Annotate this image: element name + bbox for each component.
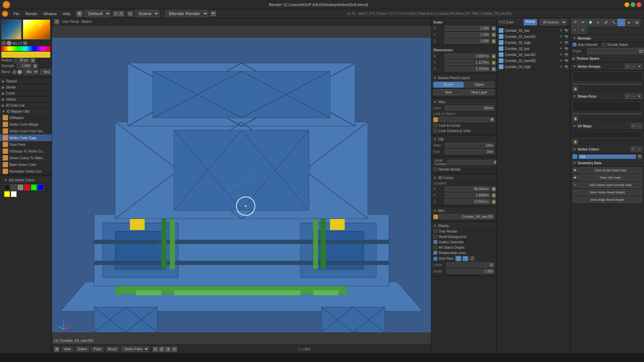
double-sided-cb[interactable] bbox=[602, 43, 606, 47]
history-header[interactable]: ▶ History bbox=[0, 97, 52, 102]
layout-add[interactable]: + bbox=[113, 11, 118, 16]
render-icon-1[interactable]: 📷 bbox=[565, 35, 568, 38]
props-tab-render[interactable]: 📷 bbox=[579, 19, 586, 26]
scene-selector[interactable]: Scene bbox=[135, 10, 159, 17]
vg-lock-btn[interactable]: 🔒 bbox=[573, 86, 578, 92]
view-header[interactable]: ▼ View bbox=[431, 99, 496, 105]
outliner-item-0[interactable]: Corridor_01_low 👁 📷 bbox=[497, 27, 570, 34]
engine-selector[interactable]: Blender Render bbox=[165, 10, 208, 17]
tool-vertex-colors-mate[interactable]: Vertex Colors To Mate... bbox=[0, 155, 52, 161]
props-tab-object[interactable]: ⊞ bbox=[594, 19, 602, 26]
visibility-icon-4[interactable]: 👁 bbox=[559, 53, 562, 56]
maximize-button[interactable] bbox=[631, 2, 635, 7]
scale-y-lock[interactable]: 🔒 bbox=[491, 33, 496, 37]
outliner-scope-select[interactable]: All Scenes bbox=[539, 19, 567, 25]
uvm-add-btn[interactable]: + bbox=[631, 123, 636, 129]
paint-mode-select[interactable]: Vertex Paint bbox=[121, 346, 149, 352]
dim-x-lock[interactable]: 🔒 bbox=[491, 54, 496, 59]
cursor-y-lock[interactable]: 🔒 bbox=[491, 193, 496, 198]
props-tab-material[interactable]: ◉ bbox=[625, 19, 633, 26]
swatch-green[interactable] bbox=[31, 184, 37, 190]
vertex-groups-header[interactable]: ▼ Vertex Groups + − ▾ bbox=[571, 62, 644, 71]
menu-window[interactable]: Window bbox=[41, 11, 59, 16]
brush-settings[interactable]: ✕ bbox=[23, 41, 27, 45]
curve-header[interactable]: ▶ Curve bbox=[0, 90, 52, 96]
lens-input[interactable] bbox=[445, 106, 494, 111]
footer-icon-4[interactable]: ⚙ bbox=[172, 347, 177, 352]
store-edge-bevel-btn[interactable]: Store Edge Bevel Weight bbox=[573, 197, 642, 203]
geometry-data-header[interactable]: ▼ Geometry Data bbox=[571, 160, 644, 167]
gp-new-btn[interactable]: New bbox=[433, 89, 464, 95]
dim-x-input[interactable] bbox=[445, 54, 490, 59]
clear-skin-btn[interactable]: Clear Skin Data bbox=[579, 175, 642, 181]
vg-slider[interactable] bbox=[573, 83, 642, 85]
tool-vertex-color-copy[interactable]: Vertex Color Copy bbox=[0, 134, 52, 141]
clear-sculpt-btn[interactable]: Clear Sculpt-Mask Data bbox=[579, 167, 642, 173]
y-axis-btn[interactable]: Y bbox=[463, 256, 468, 261]
vc-name[interactable]: Col bbox=[579, 155, 636, 159]
brush-btn[interactable]: Brush bbox=[106, 347, 119, 352]
z-axis-btn[interactable]: Z bbox=[470, 256, 475, 261]
render-icon-6[interactable]: 📷 bbox=[565, 65, 568, 68]
sk-lock-btn[interactable]: 🔒 bbox=[573, 116, 578, 121]
color-spectrum[interactable] bbox=[1, 46, 50, 51]
props-tab-scene[interactable]: 🎬 bbox=[571, 19, 579, 26]
swatch-gray[interactable] bbox=[17, 184, 23, 190]
tool-vertex-color-from-sel[interactable]: Vertex Color From Sel... bbox=[0, 128, 52, 134]
vc-remove-btn[interactable]: − bbox=[637, 146, 642, 152]
id-mapper-header[interactable]: ▼ ID Mapper Utils bbox=[0, 109, 52, 114]
outliner-item-6[interactable]: Corridor_03_high 👁 📷 bbox=[497, 64, 570, 70]
radius-adjust[interactable]: ⊞ bbox=[31, 58, 35, 63]
props-tab-world[interactable]: 🌍 bbox=[587, 19, 594, 26]
local-camera-browse[interactable]: ▼ bbox=[494, 160, 496, 165]
scale-z-input[interactable] bbox=[445, 39, 490, 44]
sk-add-btn[interactable]: + bbox=[625, 94, 630, 99]
uvm-remove-btn[interactable]: − bbox=[637, 123, 642, 129]
scale-x-lock[interactable]: 🔒 bbox=[491, 26, 496, 31]
id-color-list-header[interactable]: ▶ ID Color List bbox=[0, 103, 52, 108]
vertex-colors-header[interactable]: ▼ Vertex Colors + − bbox=[571, 145, 644, 154]
all-origins-cb[interactable] bbox=[433, 245, 437, 249]
render-border-cb[interactable] bbox=[433, 167, 437, 171]
swatch-dark[interactable] bbox=[11, 184, 17, 190]
set-vertex-header[interactable]: ▼ Set Vertex Colors bbox=[2, 177, 50, 183]
render-icon-0[interactable]: 📷 bbox=[565, 29, 568, 32]
menu-render[interactable]: Render bbox=[23, 11, 40, 16]
gp-scene-tab[interactable]: Scene bbox=[433, 82, 464, 87]
visibility-icon-6[interactable]: 👁 bbox=[559, 65, 562, 68]
new-brush-btn[interactable]: New bbox=[40, 69, 52, 75]
only-render-cb[interactable] bbox=[433, 229, 437, 233]
angle-input[interactable] bbox=[587, 48, 644, 54]
footer-icon-2[interactable]: ◐ bbox=[159, 347, 164, 352]
view-btn[interactable]: View bbox=[61, 347, 73, 352]
menu-help[interactable]: Help bbox=[60, 11, 73, 16]
cursor-x-input[interactable] bbox=[445, 186, 490, 191]
layout-close[interactable]: ✕ bbox=[119, 11, 124, 16]
auto-smooth-cb[interactable] bbox=[573, 43, 577, 47]
dim-z-lock[interactable]: 🔒 bbox=[491, 67, 496, 71]
world-bg-cb[interactable] bbox=[433, 235, 437, 239]
color-btn-2[interactable] bbox=[7, 41, 11, 46]
grid-floor-cb[interactable] bbox=[433, 257, 437, 261]
scale-x-input[interactable] bbox=[445, 26, 490, 31]
lock-obj-browse[interactable]: ▼ bbox=[490, 117, 494, 122]
layout-selector[interactable]: Default bbox=[85, 10, 111, 17]
gp-new-layer-btn[interactable]: New Layer bbox=[465, 89, 495, 95]
outliner-item-4[interactable]: Corridor_02_low.001 👁 📷 bbox=[497, 52, 570, 58]
visibility-icon-1[interactable]: 👁 bbox=[559, 35, 562, 38]
visibility-icon-3[interactable]: 👁 bbox=[559, 47, 562, 50]
vc-add-btn[interactable]: + bbox=[631, 146, 636, 152]
swatch-yellow[interactable] bbox=[4, 191, 10, 197]
color-gradient[interactable] bbox=[23, 19, 50, 40]
tool-idmapper[interactable]: IDMapper bbox=[0, 114, 52, 121]
radius-input[interactable] bbox=[14, 58, 29, 63]
outliner-item-5[interactable]: Corridor_02_low.002 👁 📷 bbox=[497, 58, 570, 64]
close-button[interactable] bbox=[637, 2, 641, 7]
item-header[interactable]: ▼ Item bbox=[431, 208, 496, 214]
color-btn-1[interactable] bbox=[1, 41, 6, 46]
x-axis-btn[interactable]: X bbox=[455, 256, 461, 261]
cursor-header[interactable]: ▼ 3D Cursor bbox=[431, 175, 496, 181]
props-tab-constraint[interactable]: 🔗 bbox=[602, 19, 609, 26]
minimize-button[interactable] bbox=[625, 2, 629, 7]
cursor-x-lock[interactable]: 🔒 bbox=[491, 187, 496, 191]
